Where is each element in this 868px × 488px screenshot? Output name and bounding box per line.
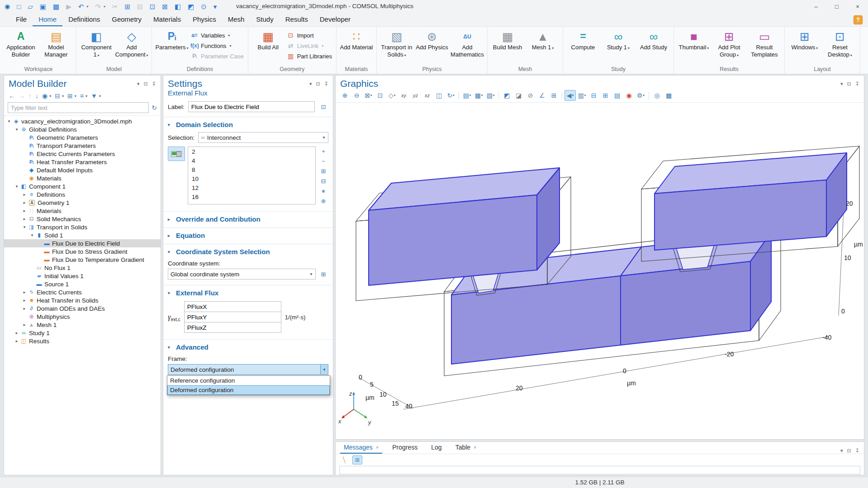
minimize-button[interactable]: – xyxy=(806,0,826,13)
section-equation[interactable]: ▸ Equation xyxy=(163,228,333,243)
reset-desktop-button[interactable]: ⊡Reset Desktop▾ xyxy=(822,27,858,59)
add-study-button[interactable]: ∞Add Study xyxy=(636,27,671,51)
customize-quick-access-icon[interactable]: ▾ xyxy=(213,3,217,10)
tree-filter-input[interactable] xyxy=(8,102,149,113)
tab-definitions[interactable]: Definitions xyxy=(62,13,106,26)
expand-all-button[interactable]: ⊞ xyxy=(67,92,73,99)
tree-node-geometric-parameters[interactable]: PᵢGeometric Parameters xyxy=(4,133,161,142)
flux-input-pfluxx[interactable] xyxy=(184,301,281,312)
tree-node-domain-odes-and-daes[interactable]: ▸∂Domain ODEs and DAEs xyxy=(4,304,161,313)
zoom-out-button[interactable]: ⊖ xyxy=(351,90,362,101)
tree-expander[interactable]: ▸ xyxy=(14,339,20,343)
collapse-all-button[interactable]: ⊟ xyxy=(55,92,60,99)
flux-input-pfluxz[interactable] xyxy=(184,322,281,333)
model-tree-node-text-button[interactable]: ≡ xyxy=(80,92,84,99)
domain-item-12[interactable]: 12 xyxy=(188,183,315,192)
tree-node-initial-values-1[interactable]: ▰Initial Values 1 xyxy=(4,272,161,280)
add-coordinate-system-button[interactable]: ⊞ xyxy=(318,269,328,279)
transport-in-solids-button[interactable]: ▧Transport in Solids▾ xyxy=(379,27,414,59)
section-domain-selection[interactable]: ▾ Domain Selection xyxy=(163,117,333,132)
run-icon[interactable]: ▶ xyxy=(66,3,71,10)
build-all-button[interactable]: ▦Build All xyxy=(251,27,286,51)
float-panel-icon[interactable]: ⊡ xyxy=(316,81,320,87)
domain-item-2[interactable]: 2 xyxy=(188,147,315,156)
tree-expander[interactable]: ▸ xyxy=(21,192,28,197)
label-input[interactable] xyxy=(188,101,315,112)
pin-panel-icon[interactable]: ↧ xyxy=(324,81,328,87)
tree-node-study-1[interactable]: ▸∞Study 1 xyxy=(4,329,161,337)
tree-expander[interactable]: ▾ xyxy=(29,233,35,237)
domain-item-8[interactable]: 8 xyxy=(188,165,315,174)
panel-menu-icon[interactable]: ▾ xyxy=(840,81,843,87)
domain-selection-list[interactable]: 248101216 xyxy=(188,147,316,204)
section-override[interactable]: ▸ Override and Contribution xyxy=(163,212,333,227)
float-panel-icon[interactable]: ⊡ xyxy=(847,448,851,454)
panel-menu-icon[interactable]: ▾ xyxy=(840,448,843,454)
move-down-button[interactable]: ↓ xyxy=(35,92,38,99)
tree-expander[interactable]: ▾ xyxy=(14,127,20,132)
tree-expander[interactable]: ▸ xyxy=(21,298,28,303)
view-xz-button[interactable]: xz xyxy=(422,90,433,101)
environment-button[interactable]: ▧▾ xyxy=(485,90,496,101)
application-builder-button[interactable]: AApplication Builder xyxy=(3,27,38,58)
clear-messages-button[interactable]: ╲ xyxy=(339,455,350,465)
select-entities-button[interactable]: ◩ xyxy=(501,90,512,101)
copy-icon[interactable]: ⊞ xyxy=(125,3,131,10)
result-templates-button[interactable]: ▭Result Templates xyxy=(747,27,782,58)
new-file-icon[interactable]: □ xyxy=(17,3,21,10)
tree-node-materials[interactable]: ▸∷Materials xyxy=(4,207,161,215)
tab-file[interactable]: File xyxy=(10,13,33,26)
remove-from-selection-button[interactable]: − xyxy=(318,156,328,166)
forward-button[interactable]: → xyxy=(19,92,25,99)
tab-materials[interactable]: Materials xyxy=(147,13,187,26)
tree-node-flux-due-to-temperature-gradient[interactable]: ▬Flux Due to Temperature Gradient xyxy=(4,256,161,264)
pin-panel-icon[interactable]: ↧ xyxy=(152,81,156,87)
import-button[interactable]: ⊡Import xyxy=(287,31,332,39)
thumbnail-button[interactable]: ■Thumbnail▾ xyxy=(676,27,711,52)
show-button[interactable]: ◉ xyxy=(42,92,47,99)
tab-table[interactable]: Table× xyxy=(452,442,480,454)
cut-icon[interactable]: ✂ xyxy=(112,3,118,10)
tree-node-materials[interactable]: ◉Materials xyxy=(4,174,161,182)
tree-node-no-flux-1[interactable]: ▭No Flux 1 xyxy=(4,264,161,272)
add-physics-button[interactable]: ⊛Add Physics xyxy=(414,27,450,51)
tree-expander[interactable]: ▸ xyxy=(21,306,28,311)
print-button[interactable]: ▩ xyxy=(663,90,674,101)
tree-node-electric-currents-parameters[interactable]: PᵢElectric Currents Parameters xyxy=(4,150,161,158)
panel-menu-icon[interactable]: ▾ xyxy=(309,81,312,87)
save-icon[interactable]: ▣ xyxy=(40,3,46,10)
tree-expander[interactable]: ▾ xyxy=(14,184,20,189)
create-selection-button[interactable]: ∗ xyxy=(318,186,328,196)
undo-caret-icon[interactable]: ▾ xyxy=(86,5,88,9)
pin-panel-icon[interactable]: ↧ xyxy=(855,81,859,87)
pin-panel-icon[interactable]: ↧ xyxy=(855,448,859,454)
section-external-flux[interactable]: ▾ External Flux xyxy=(163,285,333,300)
tree-node-results[interactable]: ▸◫Results xyxy=(4,337,161,345)
redo-icon[interactable]: ↷ xyxy=(95,3,101,10)
move-up-button[interactable]: ↑ xyxy=(28,92,32,99)
tree-node-solid-1[interactable]: ▾▮Solid 1 xyxy=(4,231,161,239)
scene-windows-button[interactable]: ▥▾ xyxy=(576,90,588,101)
tab-physics[interactable]: Physics xyxy=(187,13,222,26)
show-name-button[interactable]: ⊡ xyxy=(318,102,328,112)
tree-node-heat-transfer-in-solids[interactable]: ▸■Heat Transfer in Solids xyxy=(4,296,161,304)
filter-button[interactable]: ▼ xyxy=(91,92,97,99)
deselect-entities-button[interactable]: ◪ xyxy=(513,90,524,101)
go-to-view-button[interactable]: ◫ xyxy=(433,90,445,101)
tree-expander[interactable]: ▸ xyxy=(21,322,28,327)
build-mesh-button[interactable]: ▦Build Mesh xyxy=(490,27,525,51)
tree-node-electric-currents[interactable]: ▸ϟElectric Currents xyxy=(4,288,161,296)
flux-input-pfluxy[interactable] xyxy=(184,312,281,322)
close-icon[interactable]: × xyxy=(474,445,476,450)
undo-icon[interactable]: ↶ xyxy=(78,3,84,10)
plot-settings-button[interactable]: ⚙▾ xyxy=(635,90,646,101)
copy-selection-button[interactable]: ⊞ xyxy=(318,166,328,176)
save-as-icon[interactable]: ▩ xyxy=(53,3,59,10)
measure-button[interactable]: ∠ xyxy=(536,90,548,101)
close-button[interactable]: × xyxy=(847,0,868,13)
selection-combobox[interactable]: ∞ Interconnect ▼ xyxy=(198,132,328,143)
split-horizontal-button[interactable]: ⊟ xyxy=(588,90,599,101)
compute-button[interactable]: =Compute xyxy=(565,27,601,51)
mesh-1-button[interactable]: ▲Mesh 1▾ xyxy=(525,27,560,52)
parameter-case-button[interactable]: PᵢParameter Case xyxy=(190,52,244,60)
